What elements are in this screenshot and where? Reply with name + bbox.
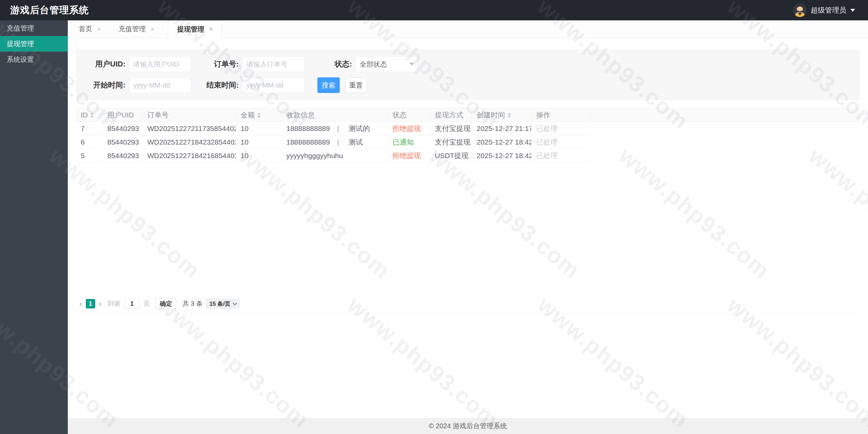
- column-header-6: 提现方式: [430, 108, 472, 122]
- status-cell: 拒绝提现: [388, 122, 430, 135]
- filter-input[interactable]: [242, 56, 304, 72]
- created-cell: 2025-12-27 18:42:16: [472, 149, 531, 163]
- column-header-1: 用户UID: [102, 108, 142, 122]
- sidebar-item-label: 系统设置: [7, 55, 34, 64]
- created-cell: 2025-12-27 21:17:35: [472, 122, 531, 135]
- column-label: ID: [81, 111, 88, 119]
- user-avatar-icon: [793, 3, 807, 17]
- table-row: 785440293WD20251227211735854402931141101…: [76, 122, 860, 135]
- row-amount: 10: [236, 149, 281, 163]
- user-menu[interactable]: 超级管理员: [793, 3, 868, 17]
- payee-cell: 18888888889|测试: [281, 135, 388, 149]
- filter-input[interactable]: [129, 77, 191, 93]
- status-cell: 拒绝提现: [388, 149, 430, 163]
- action-cell: 已处理: [531, 122, 590, 135]
- confirm-page-button[interactable]: 确定: [155, 298, 176, 309]
- created-value: 2025-12-27 21:17:35: [477, 125, 532, 132]
- status-badge: 拒绝提现: [393, 152, 421, 159]
- status-select[interactable]: 全部状态: [355, 56, 418, 72]
- filter-label: 状态:: [308, 59, 355, 69]
- column-header-filler: [590, 108, 860, 122]
- payee-separator: |: [337, 125, 339, 132]
- pagination: ‹ 1 › 到第 页 确定 共 3 条 15 条/页: [76, 298, 860, 309]
- total-count-label: 共 3 条: [182, 299, 202, 308]
- processed-label: 已处理: [536, 125, 558, 132]
- column-label: 创建时间: [477, 111, 505, 119]
- row-amount-value: 10: [241, 152, 249, 159]
- page-size-select[interactable]: 15 条/页: [206, 299, 239, 309]
- sidebar-item-0[interactable]: 充值管理: [0, 20, 68, 36]
- tab-2[interactable]: 提现管理×: [168, 20, 222, 38]
- row-order-no-value: WD20251227211735854402931141: [147, 125, 236, 132]
- column-header-2: 订单号: [142, 108, 236, 122]
- tab-0[interactable]: 首页×: [75, 20, 105, 38]
- tab-label: 提现管理: [177, 25, 204, 34]
- payee-separator: |: [337, 138, 339, 146]
- status-badge: 已通知: [393, 138, 414, 146]
- method-value: 支付宝提现: [435, 138, 471, 146]
- status-cell: 已通知: [388, 135, 430, 149]
- filter-row-1: 用户UID:订单号:状态:全部状态: [81, 56, 854, 72]
- table-body: 785440293WD20251227211735854402931141101…: [76, 122, 860, 163]
- row-id: 5: [76, 149, 102, 163]
- filter-item: 订单号:: [195, 56, 304, 72]
- column-header-5: 状态: [388, 108, 430, 122]
- filter-item: 结束时间:: [195, 77, 304, 93]
- next-page-button[interactable]: ›: [95, 299, 105, 308]
- row-amount-value: 10: [241, 125, 249, 132]
- filter-input[interactable]: [129, 56, 191, 72]
- sort-icon[interactable]: [257, 113, 261, 118]
- row-id-value: 6: [81, 138, 85, 146]
- sidebar-item-1[interactable]: 提现管理: [0, 36, 68, 52]
- tab-label: 充值管理: [119, 24, 146, 34]
- column-label: 提现方式: [435, 111, 463, 119]
- method-value: USDT提现: [435, 152, 469, 159]
- close-icon[interactable]: ×: [209, 26, 213, 33]
- payee-account: 18888888889: [287, 138, 337, 146]
- sidebar-item-label: 提现管理: [7, 39, 34, 49]
- column-header-7[interactable]: 创建时间: [472, 108, 531, 122]
- row-id-value: 5: [81, 152, 85, 159]
- action-cell: 已处理: [531, 149, 590, 163]
- sort-icon[interactable]: [90, 113, 94, 118]
- column-header-0[interactable]: ID: [76, 108, 102, 122]
- column-header-8: 操作: [531, 108, 590, 122]
- close-icon[interactable]: ×: [97, 26, 101, 33]
- filler-cell: [590, 122, 860, 135]
- current-page-button[interactable]: 1: [86, 299, 95, 308]
- jump-page-input[interactable]: [124, 299, 139, 309]
- sidebar-menu: 充值管理提现管理系统设置: [0, 20, 68, 67]
- filter-row-2: 开始时间:结束时间:搜索重置: [81, 77, 854, 93]
- close-icon[interactable]: ×: [151, 26, 155, 33]
- caret-down-icon: [409, 63, 414, 65]
- sort-icon[interactable]: [508, 113, 511, 118]
- jump-prefix-label: 到第: [107, 299, 120, 308]
- sidebar-item-2[interactable]: 系统设置: [0, 52, 68, 67]
- method-cell: USDT提现: [430, 149, 472, 163]
- row-uid-value: 85440293: [107, 125, 139, 132]
- column-label: 用户UID: [107, 111, 134, 119]
- created-value: 2025-12-27 18:42:16: [477, 152, 532, 159]
- row-order-no-value: WD20251227184216854402935987: [147, 152, 236, 159]
- filter-item: 状态:全部状态: [308, 56, 418, 72]
- payee-name: 测试的: [349, 125, 370, 132]
- status-badge: 拒绝提现: [393, 125, 421, 132]
- row-uid: 85440293: [102, 135, 142, 149]
- sidebar-item-label: 充值管理: [7, 24, 34, 33]
- app-root: www.php93.comwww.php93.comwww.php93.comw…: [0, 0, 868, 434]
- row-amount: 10: [236, 135, 281, 149]
- tab-bar: 首页×充值管理×提现管理×: [68, 20, 868, 38]
- reset-button[interactable]: 重置: [345, 77, 367, 93]
- main-area: 首页×充值管理×提现管理× 用户UID:订单号:状态:全部状态 开始时间:结束时…: [68, 20, 868, 434]
- filter-input[interactable]: [242, 77, 304, 93]
- row-uid-value: 85440293: [107, 152, 139, 159]
- column-label: 金额: [241, 111, 255, 119]
- top-header: 游戏后台管理系统 超级管理员: [0, 0, 868, 20]
- search-button[interactable]: 搜索: [317, 77, 340, 93]
- row-uid: 85440293: [102, 122, 142, 135]
- tab-1[interactable]: 充值管理×: [115, 20, 159, 38]
- prev-page-button[interactable]: ‹: [76, 299, 86, 308]
- filter-item: 用户UID:: [81, 56, 191, 72]
- filter-panel: 用户UID:订单号:状态:全部状态 开始时间:结束时间:搜索重置: [76, 50, 860, 100]
- column-header-3[interactable]: 金额: [236, 108, 281, 122]
